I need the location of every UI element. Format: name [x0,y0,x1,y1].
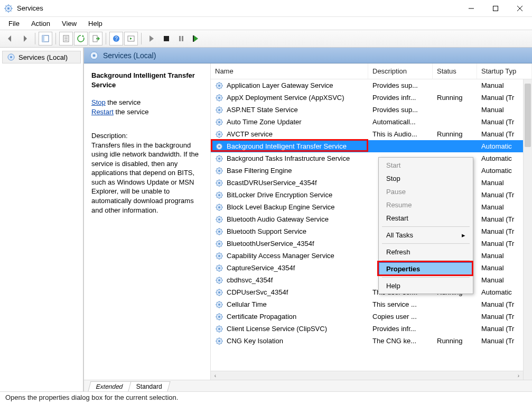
view-header-title: Services (Local) [103,51,156,60]
service-name-cell: BitLocker Drive Encryption Service [227,191,332,199]
context-menu-item-help[interactable]: Help [379,279,473,292]
service-name-cell: Bluetooth Support Service [227,227,306,235]
close-button[interactable] [508,0,532,17]
svg-point-43 [218,231,220,233]
table-row[interactable]: CDPUserSvc_4354fThis user ser...RunningA… [211,286,532,298]
stop-link[interactable]: Stop [91,98,106,106]
tree-root-item[interactable]: Services (Local) [2,51,81,63]
context-menu-item-all-tasks[interactable]: All Tasks▸ [379,228,473,242]
svg-point-19 [218,85,220,87]
gear-icon [215,203,223,212]
svg-point-39 [218,206,220,208]
tree-root-label: Services (Local) [18,53,68,61]
service-name-cell: Application Layer Gateway Service [227,81,333,89]
col-name[interactable]: Name [211,63,368,79]
vertical-scrollbar[interactable] [523,79,532,380]
context-menu-item-restart[interactable]: Restart [379,212,473,225]
menu-bar: File Action View Help [0,17,532,30]
svg-point-61 [218,340,220,342]
table-row[interactable]: cbdhsvc_4354fManual [211,274,532,286]
horizontal-scrollbar[interactable]: ‹› [211,371,523,380]
context-menu-separator [382,226,470,227]
svg-point-17 [93,54,96,57]
export-button[interactable] [89,32,102,45]
gear-icon [215,313,223,321]
service-name-cell: CDPUserSvc_4354f [227,288,288,296]
table-row[interactable]: Certificate PropagationCopies user ...Ma… [211,310,532,323]
refresh-button[interactable] [74,32,88,45]
svg-rect-13 [193,35,194,42]
stop-service-button[interactable] [160,32,173,45]
services-app-icon [4,4,13,13]
table-row[interactable]: Background Intelligent Transfer ServiceA… [211,140,532,152]
table-row[interactable]: BitLocker Drive Encryption ServiceManual… [211,189,532,201]
service-desc-cell: Provides sup... [368,81,433,89]
table-row[interactable]: ASP.NET State ServiceProvides sup...Manu… [211,104,532,116]
context-menu-item-refresh[interactable]: Refresh [379,245,473,259]
gear-icon [215,94,223,102]
col-startup[interactable]: Startup Typ [477,63,532,79]
table-row[interactable]: Cellular TimeThis service ...Manual (Tr [211,298,532,310]
context-menu-item-resume: Resume [379,198,473,212]
gear-icon [215,81,223,90]
table-row[interactable]: Capability Access Manager ServiceManual [211,250,532,262]
tab-extended[interactable]: Extended [88,381,131,391]
minimize-button[interactable] [459,0,483,17]
col-status[interactable]: Status [433,63,477,79]
gear-icon [215,118,223,126]
service-name-cell: Background Intelligent Transfer Service [227,142,347,150]
table-row[interactable]: Background Tasks Infrastructure ServiceA… [211,152,532,164]
svg-point-51 [218,279,220,281]
service-name-cell: Auto Time Zone Updater [227,118,302,126]
restart-link[interactable]: Restart [91,108,114,116]
table-row[interactable]: BcastDVRUserService_4354fManual [211,177,532,189]
menu-file[interactable]: File [3,19,25,29]
service-status-cell: Running [433,337,477,345]
gear-icon [215,264,223,272]
restart-service-button[interactable] [189,32,203,45]
service-name-cell: Base Filtering Engine [227,167,292,175]
menu-view[interactable]: View [57,19,82,29]
forward-button[interactable] [18,32,32,45]
maximize-button[interactable] [483,0,508,17]
table-row[interactable]: Auto Time Zone UpdaterAutomaticall...Man… [211,116,532,128]
gear-icon [215,154,223,163]
service-name-cell: BluetoothUserService_4354f [227,240,314,248]
context-menu-item-properties[interactable]: Properties [379,262,473,276]
table-row[interactable]: Client License Service (ClipSVC)Provides… [211,323,532,335]
context-menu-item-stop[interactable]: Stop [379,172,473,185]
service-name-cell: BcastDVRUserService_4354f [227,179,317,187]
col-description[interactable]: Description [368,63,433,79]
service-status-cell: Running [433,94,477,102]
pause-service-button[interactable] [174,32,188,45]
tab-standard[interactable]: Standard [128,381,170,391]
gear-icon [215,191,223,199]
description-body: Transfers files in the background using … [91,141,205,215]
table-row[interactable]: Base Filtering EngineAutomatic [211,164,532,177]
menu-action[interactable]: Action [26,19,55,29]
table-row[interactable]: Application Layer Gateway ServiceProvide… [211,79,532,91]
table-row[interactable]: CNG Key IsolationThe CNG ke...RunningMan… [211,335,532,347]
table-row[interactable]: BluetoothUserService_4354fManual (Tr [211,237,532,250]
properties-button[interactable] [59,32,73,45]
show-hide-tree-button[interactable] [39,32,52,45]
gear-icon [7,53,15,61]
back-button[interactable] [3,32,17,45]
service-console-button[interactable] [124,32,138,45]
table-row[interactable]: Bluetooth Support ServiceManual (Tr [211,225,532,237]
table-row[interactable]: AVCTP serviceThis is Audio...RunningManu… [211,128,532,140]
view-header: Services (Local) [84,48,532,63]
table-row[interactable]: Block Level Backup Engine ServiceManual [211,201,532,213]
help-button[interactable]: ? [109,32,123,45]
table-row[interactable]: AppX Deployment Service (AppXSVC)Provide… [211,91,532,104]
svg-point-47 [218,255,220,257]
gear-icon [215,300,223,309]
service-name-cell: Certificate Propagation [227,313,296,320]
start-service-button[interactable] [145,32,158,45]
table-row[interactable]: Bluetooth Audio Gateway ServiceManual (T… [211,213,532,225]
gear-icon [215,252,223,260]
restart-suffix: the service [114,108,148,116]
table-row[interactable]: CaptureService_4354fManual [211,262,532,274]
menu-help[interactable]: Help [83,19,108,29]
service-name-cell: ASP.NET State Service [227,106,298,114]
